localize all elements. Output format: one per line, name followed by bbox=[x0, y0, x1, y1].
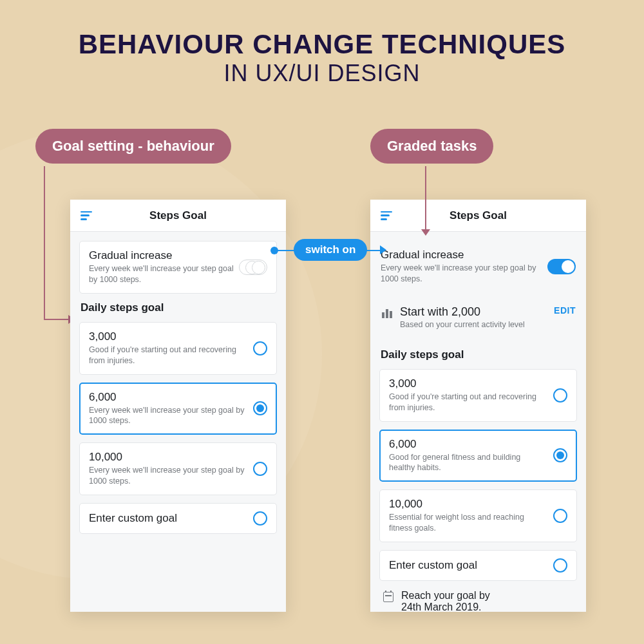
gradual-title: Gradual increase bbox=[89, 249, 234, 262]
app-header: Steps Goal bbox=[70, 200, 286, 232]
reach-line-2: 24th March 2019. bbox=[401, 601, 490, 613]
option-title: Enter custom goal bbox=[389, 559, 548, 572]
title-main: BEHAVIOUR CHANGE TECHNIQUES bbox=[0, 29, 644, 60]
option-sub: Good for general fitness and building he… bbox=[389, 452, 548, 474]
gradual-sub: Every week we'll increase your step goal… bbox=[381, 263, 542, 285]
option-title: 6,000 bbox=[89, 391, 248, 404]
radio-3000[interactable] bbox=[253, 341, 267, 355]
option-sub: Good if you're starting out and recoveri… bbox=[89, 345, 248, 366]
edit-button[interactable]: EDIT bbox=[554, 305, 576, 316]
option-10000[interactable]: 10,000 Essential for weight loss and rea… bbox=[379, 489, 577, 542]
option-3000[interactable]: 3,000 Good if you're starting out and re… bbox=[379, 369, 577, 422]
reach-line-1: Reach your goal by bbox=[401, 590, 490, 601]
gradual-increase-row[interactable]: Gradual increase Every week we'll increa… bbox=[79, 241, 277, 294]
option-title: Enter custom goal bbox=[89, 512, 248, 525]
radio-6000[interactable] bbox=[553, 448, 567, 462]
option-title: 10,000 bbox=[89, 451, 248, 464]
gradual-increase-row[interactable]: Gradual increase Every week we'll increa… bbox=[379, 241, 577, 292]
calendar-icon bbox=[383, 592, 393, 602]
option-6000[interactable]: 6,000 Good for general fitness and build… bbox=[379, 430, 577, 482]
radio-custom[interactable] bbox=[253, 511, 267, 526]
switch-on-label: switch on bbox=[294, 239, 367, 261]
daily-goal-section: Daily steps goal bbox=[381, 348, 576, 361]
option-title: 3,000 bbox=[389, 377, 548, 390]
option-custom[interactable]: Enter custom goal bbox=[379, 550, 577, 581]
screen-goal-setting: Steps Goal Gradual increase Every week w… bbox=[70, 200, 286, 612]
title-sub: IN UX/UI DESIGN bbox=[0, 60, 644, 87]
option-sub: Every week we'll increase your step goal… bbox=[89, 405, 248, 427]
gradual-toggle[interactable] bbox=[547, 259, 576, 274]
daily-goal-section: Daily steps goal bbox=[80, 301, 276, 314]
option-sub: Good if you're starting out and recoveri… bbox=[389, 392, 548, 413]
radio-10000[interactable] bbox=[253, 462, 267, 476]
screen-title: Steps Goal bbox=[370, 209, 586, 222]
radio-6000[interactable] bbox=[253, 401, 267, 415]
screen-graded-tasks: Steps Goal Gradual increase Every week w… bbox=[370, 200, 586, 612]
arrow-right bbox=[421, 166, 433, 236]
gradual-toggle[interactable] bbox=[239, 260, 267, 275]
gradual-title: Gradual increase bbox=[381, 249, 542, 261]
switch-connector-dot bbox=[270, 247, 278, 254]
radio-10000[interactable] bbox=[553, 509, 567, 523]
start-with-row: Start with 2,000 Based on your current a… bbox=[379, 300, 577, 341]
gradual-sub: Every week we'll increase your step goal… bbox=[89, 263, 234, 285]
app-header: Steps Goal bbox=[370, 200, 586, 232]
option-title: 10,000 bbox=[389, 498, 548, 511]
option-sub: Essential for weight loss and reaching f… bbox=[389, 512, 548, 534]
start-title: Start with 2,000 bbox=[400, 305, 554, 319]
page-heading: BEHAVIOUR CHANGE TECHNIQUES IN UX/UI DES… bbox=[0, 0, 644, 87]
option-title: 6,000 bbox=[389, 438, 548, 451]
screen-title: Steps Goal bbox=[70, 209, 286, 222]
reach-goal-row: Reach your goal by 24th March 2019. bbox=[379, 589, 577, 613]
option-sub: Every week we'll increase your step goal… bbox=[89, 465, 248, 487]
option-10000[interactable]: 10,000 Every week we'll increase your st… bbox=[79, 442, 277, 495]
bar-chart-icon bbox=[382, 308, 393, 318]
option-6000[interactable]: 6,000 Every week we'll increase your ste… bbox=[79, 383, 277, 435]
radio-custom[interactable] bbox=[553, 558, 567, 573]
switch-connector-arrow bbox=[380, 245, 386, 254]
label-goal-setting: Goal setting - behaviour bbox=[35, 129, 231, 164]
option-title: 3,000 bbox=[89, 330, 248, 343]
option-custom[interactable]: Enter custom goal bbox=[79, 503, 277, 534]
radio-3000[interactable] bbox=[553, 388, 567, 402]
option-3000[interactable]: 3,000 Good if you're starting out and re… bbox=[79, 322, 277, 375]
start-sub: Based on your current activity level bbox=[400, 320, 554, 329]
label-graded-tasks: Graded tasks bbox=[370, 129, 493, 164]
